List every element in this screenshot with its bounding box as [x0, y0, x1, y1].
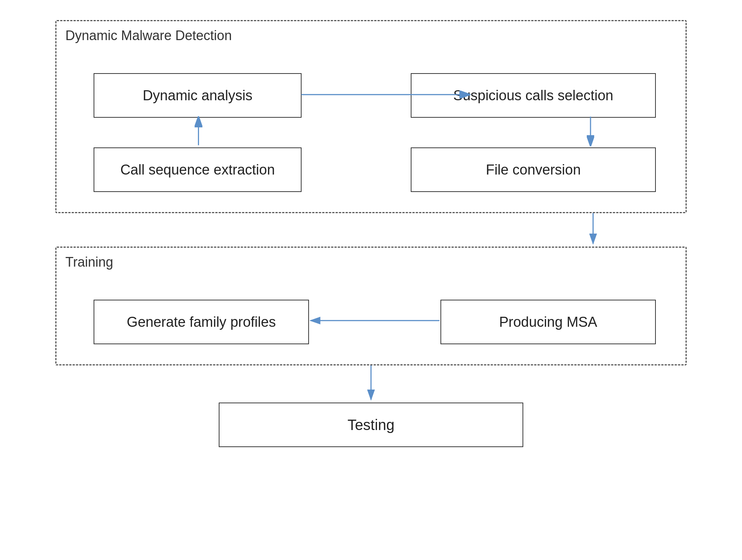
suspicious-calls-box: Suspicious calls selection: [411, 73, 656, 118]
middle-section-label: Training: [65, 254, 113, 270]
top-section: Dynamic Malware Detection Dynamic analys…: [55, 20, 687, 213]
file-conversion-box: File conversion: [411, 147, 656, 192]
generate-family-box: Generate family profiles: [94, 300, 309, 344]
middle-section: Training Generate family profiles Produc…: [55, 247, 687, 365]
main-diagram: Dynamic Malware Detection Dynamic analys…: [37, 20, 705, 540]
bottom-section: Testing: [219, 403, 523, 447]
top-section-label: Dynamic Malware Detection: [65, 28, 232, 43]
training-to-testing-arrow: [55, 365, 687, 403]
testing-box: Testing: [219, 403, 523, 447]
between-arrows: [55, 213, 687, 247]
call-sequence-box: Call sequence extraction: [94, 147, 302, 192]
dynamic-analysis-box: Dynamic analysis: [94, 73, 302, 118]
producing-msa-box: Producing MSA: [440, 300, 656, 344]
